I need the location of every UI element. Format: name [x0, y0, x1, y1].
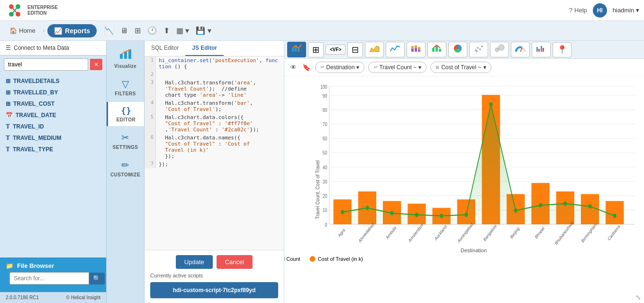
tool-editor[interactable]: {} EDITOR: [107, 102, 144, 126]
viz-type-table[interactable]: ⊞: [308, 42, 324, 57]
table-grid-icon: ⊞: [6, 89, 10, 96]
viz-type-scatter[interactable]: [469, 42, 488, 57]
code-line-2: 2: [145, 71, 284, 79]
visualize-icon: [119, 48, 132, 62]
code-line-3: 3 Hal.c3chart.transform('area', 'Travel …: [145, 79, 284, 99]
svg-rect-18: [432, 48, 435, 52]
viz-type-crosstab[interactable]: ⊟: [347, 42, 363, 57]
file-browser-search-input[interactable]: [9, 272, 89, 285]
viz-type-gauge[interactable]: [511, 42, 530, 57]
tool-visualize[interactable]: Visualize: [107, 45, 144, 73]
viz-type-pie[interactable]: [448, 42, 467, 57]
sidebar-item-travelled-by[interactable]: ⊞ TRAVELLED_BY: [0, 87, 106, 98]
sidebar-item-travel-medium[interactable]: 𝕋 TRAVEL_MEDIUM: [0, 132, 106, 144]
expand-icon[interactable]: ⤡: [635, 294, 641, 301]
travel-count-dropdown-icon: ▾: [418, 64, 421, 71]
dot-ambola: [390, 211, 394, 215]
travel-count-x2-icon: ×²: [373, 65, 377, 70]
viz-type-vf[interactable]: <VF>: [326, 45, 345, 55]
search-clear-button[interactable]: ✕: [90, 59, 102, 70]
destination-x2-icon: ×²: [320, 65, 324, 70]
cost-x2-icon: ⊞: [435, 65, 439, 70]
help-button[interactable]: ? Help: [569, 7, 587, 14]
cost-of-travel-pill[interactable]: ⊞ Cost of Travel ~ ▾: [430, 62, 491, 73]
active-scripts-label: Currently active scripts: [150, 273, 203, 278]
sidebar-item-traveldetails[interactable]: ⊞ TRAVELDETAILS: [0, 75, 106, 87]
filters-label: FILTERS: [115, 91, 136, 96]
code-line-1: 1 hi_container.set('postExecution', func…: [145, 56, 284, 71]
viz-type-map[interactable]: 📍: [553, 42, 571, 57]
dot-aurangabad: [464, 212, 468, 217]
sidebar-item-travel-id[interactable]: 𝕋 TRAVEL_ID: [0, 121, 106, 132]
viz-toolbar: ⊞ <VF> ⊟: [284, 41, 644, 59]
bookmark-icon[interactable]: 🔖: [301, 63, 311, 72]
eye-icon[interactable]: 👁: [289, 63, 298, 72]
legend-cost-of-travel: Cost of Travel (in k): [310, 256, 363, 262]
editor-btn-row: Update Cancel: [176, 255, 253, 269]
save-nav-icon[interactable]: 💾 ▾: [196, 26, 211, 35]
line-chart-nav-icon[interactable]: 📉: [104, 26, 114, 35]
svg-text:50: 50: [323, 150, 327, 156]
sidebar-item-travel-cost[interactable]: ⊞ TRAVEL_COST: [0, 98, 106, 110]
legend-label-travel-count: Travel Count: [284, 256, 300, 262]
svg-text:80: 80: [323, 107, 327, 113]
travel-count-pill[interactable]: ×² Travel Count ~ ▾: [368, 62, 426, 73]
sidebar-item-travel-date[interactable]: 📅 TRAVEL_DATE: [0, 110, 106, 121]
script-badge: hdi-custom-script-7tc2pxf89yd: [150, 282, 278, 298]
logo-text: ENTERPRISE EDITION: [27, 5, 58, 16]
tool-customize[interactable]: ✏ CUSTOMIZE: [107, 156, 144, 181]
viz-type-area[interactable]: [365, 42, 384, 57]
upload-nav-icon[interactable]: ⬆: [163, 26, 170, 35]
dot-agra: [341, 210, 344, 214]
search-input[interactable]: [4, 58, 88, 71]
svg-rect-6: [120, 54, 123, 59]
tool-settings[interactable]: ✂ SETTINGS: [107, 128, 144, 154]
svg-rect-32: [541, 46, 542, 52]
destination-pill[interactable]: ×² Destination ▾: [315, 62, 364, 73]
dot-canberra: [613, 214, 617, 218]
file-browser-button[interactable]: 📁 File Browser: [6, 262, 100, 269]
viz-type-bubble[interactable]: [490, 42, 509, 57]
code-editor[interactable]: 1 hi_container.set('postExecution', func…: [145, 56, 284, 250]
svg-point-28: [499, 45, 504, 50]
sidebar-item-travel-type[interactable]: 𝕋 TRAVEL_TYPE: [0, 144, 106, 155]
sidebar-version: 2.0.0.7186 RC1 © Helical Insight: [0, 292, 106, 303]
viz-type-stacked-bar[interactable]: [407, 42, 426, 57]
update-button[interactable]: Update: [176, 255, 213, 269]
logo: ENTERPRISE EDITION: [5, 2, 58, 19]
destination-dropdown-icon: ▾: [356, 64, 359, 71]
cancel-button[interactable]: Cancel: [217, 255, 253, 269]
dot-auckland: [440, 214, 443, 218]
help-icon: ?: [569, 7, 572, 14]
table-grid-icon: ⊞: [6, 78, 10, 84]
svg-text:10: 10: [323, 207, 327, 213]
main-content: ☰ Connect to Meta Data ✕ ⊞ TRAVELDETAILS…: [0, 41, 644, 303]
svg-rect-20: [439, 49, 441, 52]
viz-type-grouped-bar[interactable]: [532, 42, 551, 57]
user-name[interactable]: hiadmin ▾: [613, 7, 639, 14]
screen-nav-icon[interactable]: 🖥: [120, 27, 128, 35]
viz-type-combo[interactable]: [427, 42, 446, 57]
editor-tabs: SQL Editor JS Editor: [145, 41, 284, 56]
grid-nav-icon[interactable]: ▦ ▾: [176, 26, 189, 35]
tab-sql-editor[interactable]: SQL Editor: [145, 41, 185, 56]
topbar: ENTERPRISE EDITION ? Help HI hiadmin ▾: [0, 0, 644, 21]
table-nav-icon[interactable]: ⊞: [135, 26, 141, 35]
nav-reports-button[interactable]: 📈 Reports: [47, 24, 97, 37]
nav-home-button[interactable]: 🏠 Home: [5, 24, 40, 37]
clock-nav-icon[interactable]: 🕐: [147, 26, 157, 35]
viz-type-line[interactable]: [386, 42, 405, 57]
legend-label-cost-of-travel: Cost of Travel (in k): [318, 256, 363, 262]
settings-icon: ✂: [121, 132, 129, 143]
table-grid-icon: ⊞: [6, 101, 10, 107]
home-icon: 🏠: [9, 27, 17, 34]
viz-type-bar-line[interactable]: [287, 42, 306, 57]
tab-js-editor[interactable]: JS Editor: [185, 41, 224, 56]
svg-text:Ambola: Ambola: [385, 225, 398, 240]
svg-text:Canberra: Canberra: [607, 223, 621, 241]
file-browser-search-button[interactable]: 🔍: [89, 273, 105, 285]
connect-meta-button[interactable]: ☰ Connect to Meta Data: [0, 41, 106, 55]
svg-text:Bangalore: Bangalore: [483, 223, 498, 242]
tool-filters[interactable]: ▽ FILTERS: [107, 74, 144, 100]
visualize-label: Visualize: [114, 64, 136, 69]
